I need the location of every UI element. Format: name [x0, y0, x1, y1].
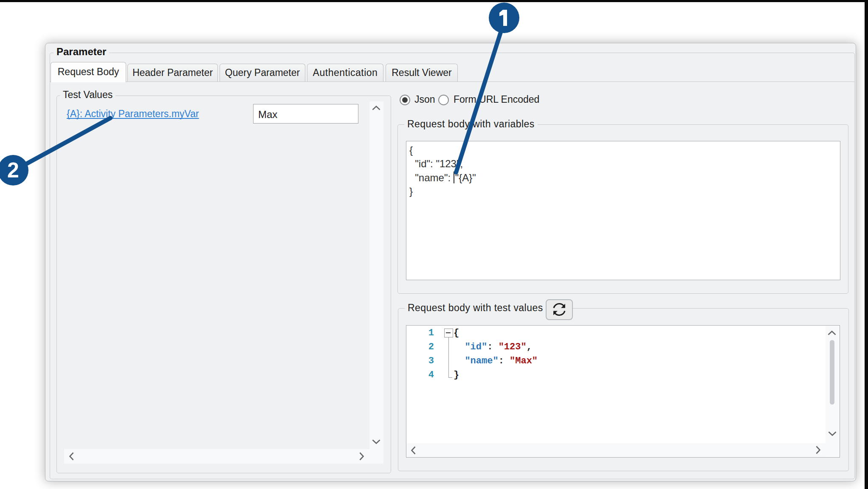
svg-text:2: 2 [7, 158, 19, 182]
